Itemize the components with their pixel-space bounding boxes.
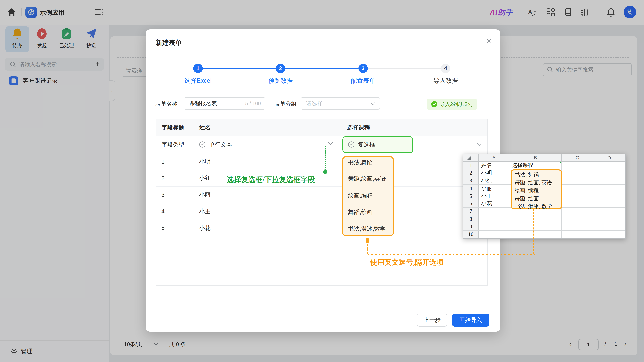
import-status-badge: 导入2列/共2列 bbox=[427, 99, 477, 110]
excel-row: 10 bbox=[463, 231, 625, 238]
field-type-row: 字段类型 单行文本 复选框 bbox=[156, 136, 488, 153]
excel-row: 1 姓名 选择课程 bbox=[463, 162, 625, 169]
step-line-2 bbox=[286, 68, 358, 68]
check-circle-icon bbox=[348, 141, 354, 148]
orange-dot bbox=[366, 238, 369, 243]
name-field-type-select[interactable]: 单行文本 bbox=[194, 136, 342, 153]
orange-dashed-v-line-1 bbox=[367, 244, 368, 254]
form-name-input[interactable]: 课程报名表 5 / 100 bbox=[184, 97, 265, 109]
table-row: 3 小丽 bbox=[156, 187, 488, 203]
modal-header-divider bbox=[146, 55, 500, 55]
prev-step-button[interactable]: 上一步 bbox=[417, 314, 447, 327]
app-root: ¥ 示例应用 AI助手 A 英 bbox=[0, 0, 644, 362]
collapsed-chevron-icon bbox=[327, 142, 333, 145]
excel-header-row: A B C D bbox=[463, 154, 625, 162]
chevron-down-icon bbox=[477, 143, 482, 146]
table-row: 1 小明 bbox=[156, 153, 488, 170]
modal-title: 新建表单 bbox=[156, 38, 182, 47]
chevron-down-icon bbox=[370, 102, 375, 105]
table-row: 4 小王 bbox=[156, 203, 488, 220]
course-values-highlight-box: 书法,舞蹈 舞蹈,绘画,英语 绘画,编程 舞蹈,绘画 书法,滑冰,数学 bbox=[342, 156, 394, 237]
excel-cell-marker bbox=[559, 162, 562, 164]
start-import-button[interactable]: 开始导入 bbox=[452, 314, 489, 327]
excel-select-all-corner bbox=[463, 154, 479, 162]
course-field-type-select[interactable]: 复选框 bbox=[342, 136, 413, 153]
table-row: 2 小红 bbox=[156, 170, 488, 187]
table-header-row: 字段标题 姓名 选择课程 bbox=[156, 119, 488, 136]
excel-b-column-highlight-box: 书法, 舞蹈 舞蹈, 绘画, 英语 绘画, 编程 舞蹈, 绘画 书法, 滑冰, … bbox=[510, 169, 562, 209]
form-group-label: 表单分组 bbox=[274, 100, 296, 108]
excel-row: 9 bbox=[463, 223, 625, 231]
table-row: 5 小花 bbox=[156, 220, 488, 237]
green-annotation-text: 选择复选框/下拉复选框字段 bbox=[227, 175, 315, 185]
orange-dotted-h-line bbox=[368, 254, 535, 255]
course-field-type-cell: 复选框 bbox=[342, 136, 488, 153]
char-counter: 5 / 100 bbox=[245, 100, 261, 106]
close-icon[interactable]: × bbox=[486, 36, 491, 45]
form-group-select[interactable]: 请选择 bbox=[301, 97, 380, 109]
form-name-label: 表单名称 bbox=[155, 100, 178, 108]
step-line-1 bbox=[203, 68, 276, 68]
green-dashed-v-line bbox=[325, 146, 326, 170]
orange-annotation-text: 使用英文逗号,隔开选项 bbox=[370, 257, 444, 267]
step-line-3 bbox=[368, 68, 440, 68]
excel-preview-panel: A B C D 1 姓名 选择课程 2 小明 3 小红 4 小丽 5 小王 bbox=[463, 154, 626, 239]
check-circle-icon bbox=[431, 101, 438, 107]
orange-dashed-v-line-2 bbox=[534, 209, 534, 254]
excel-row: 8 bbox=[463, 215, 625, 223]
new-form-modal: 新建表单 × 1 选择Excel 2 预览数据 3 配置表单 4 导入数据 表单… bbox=[146, 29, 500, 332]
check-circle-icon bbox=[199, 141, 206, 148]
